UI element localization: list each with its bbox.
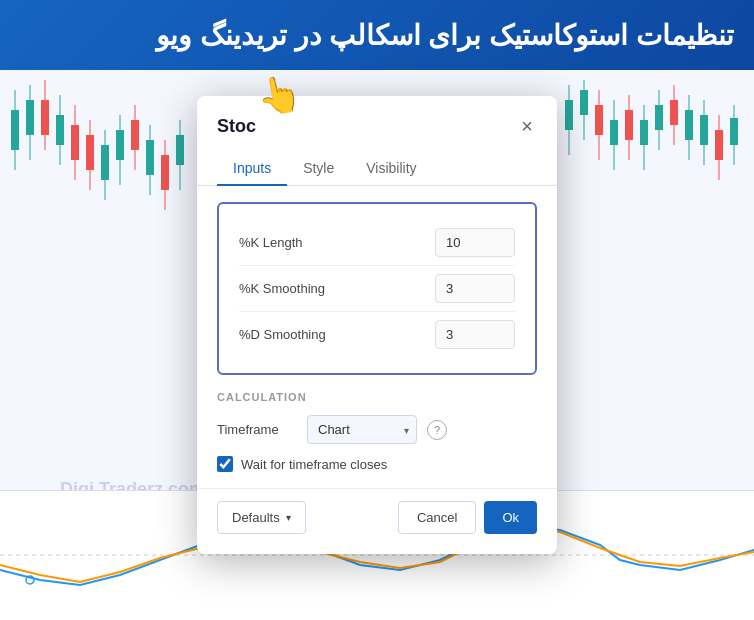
tab-visibility[interactable]: Visibility: [350, 152, 432, 186]
defaults-chevron-icon: ▾: [286, 512, 291, 523]
k-length-input[interactable]: [435, 228, 515, 257]
tab-style[interactable]: Style: [287, 152, 350, 186]
k-smoothing-row: %K Smoothing: [239, 265, 515, 311]
calculation-section: CALCULATION Timeframe Chart 1m 5m 15m 1h…: [197, 391, 557, 472]
inputs-section: %K Length %K Smoothing %D Smoothing: [217, 202, 537, 375]
timeframe-label: Timeframe: [217, 422, 297, 437]
timeframe-row: Timeframe Chart 1m 5m 15m 1h 4h 1D ▾ ?: [217, 415, 537, 444]
dialog-footer: Defaults ▾ Cancel Ok: [197, 488, 557, 534]
ok-button[interactable]: Ok: [484, 501, 537, 534]
dialog-overlay: 👆 Stoc × Inputs Style Visibility %K Leng…: [0, 0, 754, 620]
wait-timeframe-checkbox[interactable]: [217, 456, 233, 472]
k-smoothing-label: %K Smoothing: [239, 281, 325, 296]
d-smoothing-row: %D Smoothing: [239, 311, 515, 357]
tab-inputs[interactable]: Inputs: [217, 152, 287, 186]
dialog-header: Stoc ×: [197, 96, 557, 140]
dialog-tabs: Inputs Style Visibility: [197, 152, 557, 186]
k-smoothing-input[interactable]: [435, 274, 515, 303]
wait-timeframe-label: Wait for timeframe closes: [241, 457, 387, 472]
defaults-button[interactable]: Defaults ▾: [217, 501, 306, 534]
close-button[interactable]: ×: [517, 112, 537, 140]
k-length-label: %K Length: [239, 235, 303, 250]
dialog-title: Stoc: [217, 116, 256, 137]
d-smoothing-input[interactable]: [435, 320, 515, 349]
calculation-label: CALCULATION: [217, 391, 537, 403]
help-icon[interactable]: ?: [427, 420, 447, 440]
hand-pointer-icon: 👆: [254, 70, 306, 119]
timeframe-dropdown-wrapper: Chart 1m 5m 15m 1h 4h 1D ▾: [307, 415, 417, 444]
action-buttons: Cancel Ok: [398, 501, 537, 534]
wait-timeframe-row: Wait for timeframe closes: [217, 456, 537, 472]
timeframe-select[interactable]: Chart 1m 5m 15m 1h 4h 1D: [307, 415, 417, 444]
settings-dialog: 👆 Stoc × Inputs Style Visibility %K Leng…: [197, 96, 557, 554]
d-smoothing-label: %D Smoothing: [239, 327, 326, 342]
cancel-button[interactable]: Cancel: [398, 501, 476, 534]
k-length-row: %K Length: [239, 220, 515, 265]
